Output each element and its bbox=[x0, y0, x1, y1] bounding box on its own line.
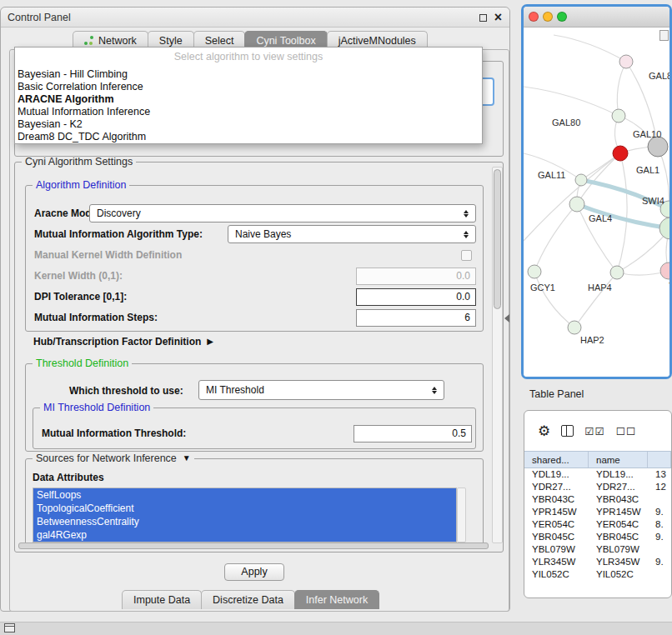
aracne-mode-select[interactable]: Discovery bbox=[89, 204, 476, 222]
control-panel-titlebar[interactable]: Control Panel × bbox=[1, 8, 509, 28]
table-row[interactable]: YBL079WYBL079W bbox=[524, 543, 671, 556]
attributes-list-scrollbar[interactable] bbox=[457, 488, 466, 542]
dpi-tolerance-field[interactable]: 0.0 bbox=[356, 288, 476, 306]
network-graph[interactable]: GAL8GAL80GAL10GAL11GAL1SWI4GAL4GCY1HAP4Y… bbox=[524, 28, 669, 377]
table-cell[interactable]: YIL052C bbox=[524, 568, 589, 581]
network-node[interactable] bbox=[612, 109, 625, 122]
network-edge[interactable] bbox=[617, 62, 626, 116]
network-node[interactable] bbox=[660, 262, 669, 279]
algorithm-option-mutual-information-inference[interactable]: Mutual Information Inference bbox=[15, 106, 482, 118]
which-threshold-select[interactable]: MI Threshold bbox=[198, 380, 444, 400]
bottom-tab-impute-data[interactable]: Impute Data bbox=[122, 590, 202, 609]
column-header-shared-name[interactable]: shared... bbox=[524, 452, 589, 468]
apply-button[interactable]: Apply bbox=[224, 563, 284, 581]
column-header-name[interactable]: name bbox=[589, 452, 648, 468]
table-row[interactable]: YBR043CYBR043C bbox=[524, 493, 671, 506]
network-node[interactable] bbox=[610, 266, 624, 279]
network-node[interactable] bbox=[648, 137, 668, 157]
network-window-titlebar[interactable] bbox=[524, 7, 669, 28]
algorithm-option-basic-correlation-inference[interactable]: Basic Correlation Inference bbox=[15, 81, 482, 93]
hub-definition-toggle[interactable]: Hub/Transcription Factor Definition▶ bbox=[33, 335, 213, 348]
restore-panel-icon[interactable] bbox=[4, 623, 15, 632]
table-cell[interactable]: YDR27... bbox=[524, 481, 589, 493]
table-cell[interactable]: YBL079W bbox=[589, 543, 648, 556]
table-cell[interactable]: YBR045C bbox=[589, 531, 648, 543]
zoom-traffic-light-icon[interactable] bbox=[557, 12, 567, 22]
network-edge[interactable] bbox=[534, 204, 577, 272]
table-row[interactable]: YDR27...YDR27...12 bbox=[524, 481, 671, 493]
table-cell[interactable] bbox=[648, 543, 671, 556]
table-cell[interactable]: YER054C bbox=[589, 518, 648, 531]
attribute-item-topologicalcoefficient[interactable]: TopologicalCoefficient bbox=[33, 502, 456, 515]
mi-threshold-field[interactable]: 0.5 bbox=[354, 425, 472, 442]
table-row[interactable]: YER054CYER054C8. bbox=[524, 518, 671, 531]
table-cell[interactable]: YDR27... bbox=[589, 481, 648, 493]
network-edge[interactable] bbox=[617, 153, 627, 272]
close-window-icon[interactable]: × bbox=[494, 8, 502, 28]
table-cell[interactable] bbox=[648, 568, 671, 581]
network-node[interactable] bbox=[575, 174, 587, 186]
overview-toggle-icon[interactable] bbox=[659, 30, 669, 41]
network-node[interactable] bbox=[659, 218, 669, 239]
table-cell[interactable]: YPR145W bbox=[589, 506, 648, 518]
manual-kernel-checkbox[interactable] bbox=[461, 250, 472, 261]
bottom-tab-infer-network[interactable]: Infer Network bbox=[294, 590, 379, 609]
table-row[interactable]: YDL19...YDL19...13 bbox=[524, 468, 671, 481]
table-cell[interactable]: YPR145W bbox=[524, 506, 589, 518]
table-cell[interactable]: YBR043C bbox=[524, 493, 589, 506]
data-attributes-list[interactable]: SelfLoopsTopologicalCoefficientBetweenne… bbox=[33, 488, 457, 542]
network-edge[interactable] bbox=[524, 87, 619, 116]
table-cell[interactable]: 13 bbox=[648, 468, 671, 481]
algorithm-option-aracne-algorithm[interactable]: ARACNE Algorithm bbox=[15, 93, 482, 106]
gear-icon[interactable]: ⚙ bbox=[538, 424, 550, 438]
table-cell[interactable]: YER054C bbox=[524, 518, 589, 531]
table-cell[interactable]: YLR345W bbox=[589, 556, 648, 568]
algorithm-option-bayesian-k2[interactable]: Bayesian - K2 bbox=[15, 118, 482, 131]
table-cell[interactable]: YLR345W bbox=[524, 556, 589, 568]
table-row[interactable]: YBR045CYBR045C9. bbox=[524, 531, 671, 543]
close-traffic-light-icon[interactable] bbox=[529, 12, 539, 22]
table-cell[interactable]: YBR043C bbox=[589, 493, 648, 506]
float-window-icon[interactable] bbox=[479, 14, 487, 22]
network-edge[interactable] bbox=[554, 35, 626, 62]
network-node[interactable] bbox=[619, 55, 633, 68]
table-cell[interactable] bbox=[648, 493, 671, 506]
select-all-checks-icon[interactable]: ☑☑ bbox=[584, 425, 604, 438]
table-cell[interactable]: 9. bbox=[648, 506, 671, 518]
attribute-item-betweennesscentrality[interactable]: BetweennessCentrality bbox=[33, 515, 456, 528]
bottom-tab-discretize-data[interactable]: Discretize Data bbox=[201, 590, 295, 609]
table-row[interactable]: YPR145WYPR145W9. bbox=[524, 506, 671, 518]
kernel-width-field[interactable]: 0.0 bbox=[356, 268, 476, 285]
algorithm-option-bayesian-hill-climbing[interactable]: Bayesian - Hill Climbing bbox=[15, 68, 482, 81]
table-cell[interactable]: 8. bbox=[648, 518, 671, 531]
sources-toggle[interactable]: Sources for Network Inference▼ bbox=[33, 452, 194, 464]
table-cell[interactable]: YBR045C bbox=[524, 531, 589, 543]
add-column-icon[interactable] bbox=[561, 425, 574, 437]
settings-vertical-scrollbar[interactable] bbox=[492, 167, 503, 543]
network-canvas[interactable]: GAL8GAL80GAL10GAL11GAL1SWI4GAL4GCY1HAP4Y… bbox=[524, 28, 669, 377]
settings-horizontal-scrollbar[interactable] bbox=[18, 542, 489, 549]
table-cell[interactable]: YBL079W bbox=[524, 543, 589, 556]
table-cell[interactable]: YIL052C bbox=[589, 568, 648, 581]
network-node[interactable] bbox=[528, 265, 541, 278]
network-edge[interactable] bbox=[534, 272, 574, 328]
scrollbar-thumb[interactable] bbox=[494, 169, 501, 309]
mi-algorithm-type-select[interactable]: Naive Bayes bbox=[228, 225, 476, 243]
table-cell[interactable]: 12 bbox=[648, 481, 671, 493]
algorithm-option-dream8-dc-tdc-algorithm[interactable]: Dream8 DC_TDC Algorithm bbox=[15, 131, 482, 143]
minimize-traffic-light-icon[interactable] bbox=[543, 12, 553, 22]
network-node[interactable] bbox=[613, 146, 628, 161]
network-edge[interactable] bbox=[574, 272, 617, 328]
table-row[interactable]: YLR345WYLR345W9. bbox=[524, 556, 671, 568]
network-edge[interactable] bbox=[524, 153, 620, 241]
network-node[interactable] bbox=[569, 197, 584, 212]
deselect-all-checks-icon[interactable]: ☐☐ bbox=[616, 425, 636, 438]
table-cell[interactable]: 9. bbox=[648, 531, 671, 543]
table-row[interactable]: YIL052CYIL052C bbox=[524, 568, 671, 581]
table-cell[interactable]: YDL19... bbox=[524, 468, 589, 481]
attribute-item-selfloops[interactable]: SelfLoops bbox=[33, 488, 456, 502]
attribute-item-gal4rgexp[interactable]: gal4RGexp bbox=[33, 528, 456, 542]
mi-steps-field[interactable]: 6 bbox=[356, 309, 476, 327]
network-node[interactable] bbox=[568, 321, 581, 334]
column-header-partial[interactable] bbox=[648, 452, 671, 468]
